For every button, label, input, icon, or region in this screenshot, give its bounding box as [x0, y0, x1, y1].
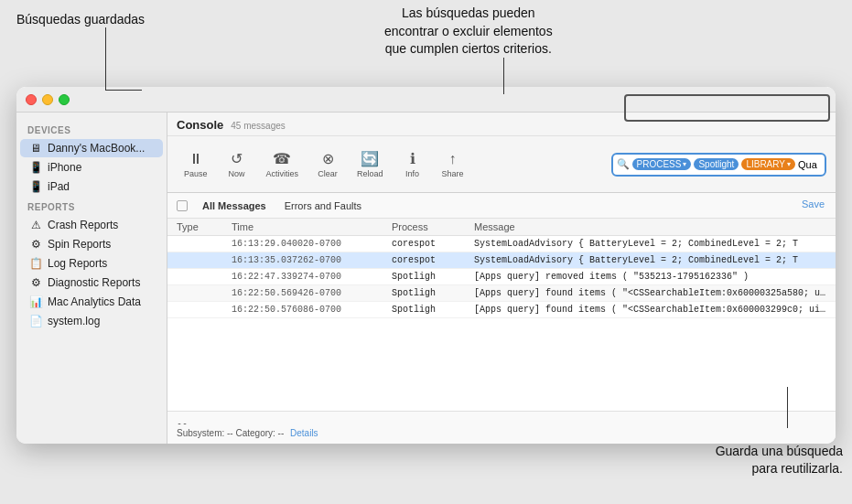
callout-line-saved	[105, 27, 106, 90]
sidebar-iphone-label: iPhone	[48, 161, 81, 174]
sidebar-log-label: Log Reports	[48, 257, 107, 270]
sidebar-item-diagnostic-reports[interactable]: ⚙ Diagnostic Reports	[20, 273, 163, 292]
sidebar-item-macbook[interactable]: 🖥 Danny's MacBook...	[20, 139, 163, 157]
reload-label: Reload	[357, 169, 383, 178]
annotation-search-desc: Las búsquedas pueden encontrar o excluir…	[384, 5, 553, 59]
search-icon: 🔍	[617, 158, 630, 170]
cell-time: 16:22:47.339274-0700	[232, 272, 392, 282]
crash-icon: ⚠	[29, 219, 42, 231]
spin-icon: ⚙	[29, 238, 42, 251]
sidebar-crash-label: Crash Reports	[48, 219, 118, 231]
bottom-bar: -- Subsystem: -- Category: -- Details	[167, 411, 836, 444]
col-header-type: Type	[177, 221, 232, 232]
activities-icon: ☎	[273, 150, 291, 167]
main-window: DEVICES 🖥 Danny's MacBook... 📱 iPhone 📱 …	[16, 87, 836, 444]
maximize-button[interactable]	[59, 94, 70, 105]
cell-process: corespot	[392, 255, 474, 265]
cell-time: 16:13:29.040020-0700	[232, 239, 392, 249]
clear-label: Clear	[318, 169, 338, 178]
cell-message: SystemLoadAdvisory { BatteryLevel = 2; C…	[474, 255, 826, 265]
sidebar-system-log-label: system.log	[48, 315, 100, 327]
activities-button[interactable]: ☎ Activities	[259, 146, 307, 182]
now-icon: ↺	[231, 150, 243, 167]
devices-section-label: DEVICES	[16, 120, 167, 138]
table-row[interactable]: 16:13:29.040020-0700 corespot SystemLoad…	[167, 236, 836, 252]
table-row[interactable]: 16:22:50.569426-0700 Spotligh [Apps quer…	[167, 285, 836, 302]
errors-faults-button[interactable]: Errors and Faults	[281, 198, 365, 213]
annotation-saved-searches: Búsquedas guardadas	[16, 11, 145, 29]
close-button[interactable]	[26, 94, 37, 105]
sidebar-item-spin-reports[interactable]: ⚙ Spin Reports	[20, 235, 163, 253]
main-content-area: Console 45 messages ⏸ Pause ↺ Now ☎ Acti…	[167, 113, 836, 444]
now-label: Now	[229, 169, 245, 178]
all-messages-button[interactable]: All Messages	[199, 198, 270, 213]
diagnostic-icon: ⚙	[29, 276, 42, 289]
cell-message: [Apps query] found items ( "<CSSearchabl…	[474, 305, 826, 315]
messages-checkbox[interactable]	[177, 200, 188, 211]
save-button[interactable]: Save	[798, 197, 828, 211]
process-chevron-icon: ▾	[683, 160, 686, 168]
col-header-time: Time	[232, 221, 392, 232]
cell-message: SystemLoadAdvisory { BatteryLevel = 2; C…	[474, 239, 826, 249]
info-label: Info	[405, 169, 419, 178]
details-link[interactable]: Details	[290, 428, 318, 438]
clear-button[interactable]: ⊗ Clear	[309, 146, 346, 182]
dashes-row: --	[177, 418, 826, 428]
iphone-icon: 📱	[29, 161, 42, 174]
sidebar-item-crash-reports[interactable]: ⚠ Crash Reports	[20, 216, 163, 234]
messages-bar: All Messages Errors and Faults Save	[167, 193, 836, 219]
callout-line-search	[503, 58, 504, 94]
minimize-button[interactable]	[42, 94, 53, 105]
titlebar	[16, 87, 836, 113]
col-header-process: Process	[392, 221, 474, 232]
pause-icon: ⏸	[189, 151, 203, 167]
share-icon: ↑	[449, 151, 457, 167]
table-row[interactable]: 16:22:47.339274-0700 Spotligh [Apps quer…	[167, 269, 836, 285]
system-log-icon: 📄	[29, 315, 42, 327]
console-title: Console	[177, 118, 223, 132]
share-button[interactable]: ↑ Share	[435, 147, 471, 182]
reports-section-label: REPORTS	[16, 197, 167, 215]
console-subtitle: 45 messages	[231, 121, 285, 131]
sidebar-diagnostic-label: Diagnostic Reports	[48, 276, 140, 289]
toolbar: ⏸ Pause ↺ Now ☎ Activities ⊗ Clear 🔄 Rel…	[167, 136, 836, 193]
reload-icon: 🔄	[361, 150, 379, 167]
annotation-save-search: Guarda una búsqueda para reutilizarla.	[716, 443, 843, 478]
reload-button[interactable]: 🔄 Reload	[350, 146, 391, 182]
sidebar-item-iphone[interactable]: 📱 iPhone	[20, 158, 163, 177]
cell-time: 16:13:35.037262-0700	[232, 255, 392, 265]
callout-line-saved-h	[105, 90, 142, 91]
table-row[interactable]: 16:13:35.037262-0700 corespot SystemLoad…	[167, 252, 836, 269]
clear-icon: ⊗	[322, 150, 334, 167]
sidebar-item-log-reports[interactable]: 📋 Log Reports	[20, 254, 163, 273]
search-token-spotlight[interactable]: Spotlight	[694, 158, 739, 170]
console-header: Console 45 messages	[167, 113, 836, 136]
cell-process: Spotligh	[392, 288, 474, 298]
pause-button[interactable]: ⏸ Pause	[177, 147, 215, 182]
sidebar-ipad-label: iPad	[48, 180, 70, 193]
library-chevron-icon: ▾	[787, 160, 791, 168]
sidebar-item-system-log[interactable]: 📄 system.log	[20, 312, 163, 330]
ipad-icon: 📱	[29, 180, 42, 193]
sidebar-item-mac-analytics[interactable]: 📊 Mac Analytics Data	[20, 293, 163, 311]
subsystem-row: Subsystem: -- Category: -- Details	[177, 428, 826, 438]
search-token-library[interactable]: LIBRARY ▾	[741, 158, 795, 170]
cell-time: 16:22:50.576086-0700	[232, 305, 392, 315]
search-token-process[interactable]: PROCESS ▾	[632, 158, 692, 170]
search-input[interactable]	[798, 159, 821, 170]
info-button[interactable]: ℹ Info	[394, 146, 431, 182]
sidebar-item-ipad[interactable]: 📱 iPad	[20, 177, 163, 196]
table-row[interactable]: 16:22:50.576086-0700 Spotligh [Apps quer…	[167, 302, 836, 318]
macbook-icon: 🖥	[29, 142, 42, 155]
cell-process: Spotligh	[392, 305, 474, 315]
now-button[interactable]: ↺ Now	[219, 146, 255, 182]
cell-time: 16:22:50.569426-0700	[232, 288, 392, 298]
search-bar[interactable]: 🔍 PROCESS ▾ Spotlight LIBRARY ▾	[611, 153, 826, 177]
activities-label: Activities	[266, 169, 299, 178]
share-label: Share	[442, 169, 464, 178]
cell-message: [Apps query] found items ( "<CSSearchabl…	[474, 288, 826, 298]
cell-process: Spotligh	[392, 272, 474, 282]
analytics-icon: 📊	[29, 295, 42, 308]
log-area: 16:13:29.040020-0700 corespot SystemLoad…	[167, 236, 836, 411]
sidebar-spin-label: Spin Reports	[48, 238, 111, 251]
